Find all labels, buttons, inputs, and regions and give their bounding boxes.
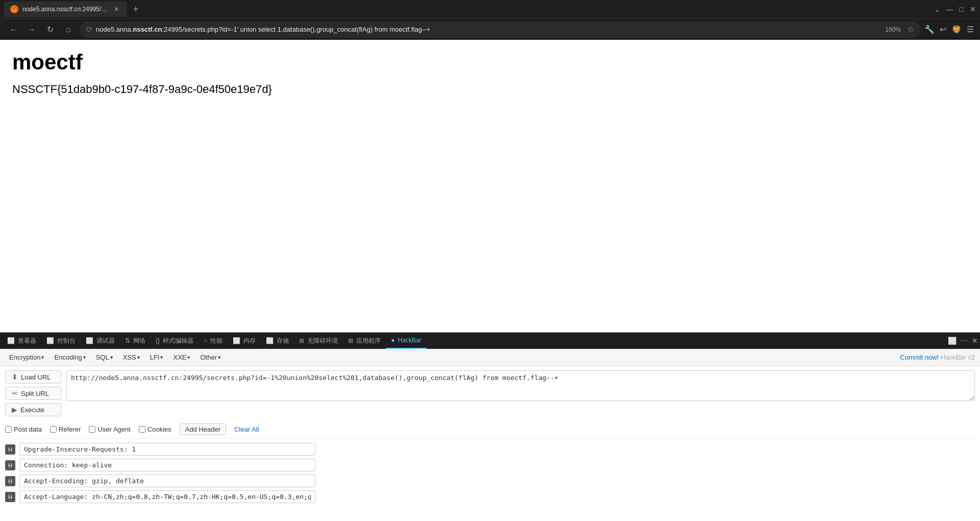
main-content: moectf NSSCTF{51dab9b0-c197-4f87-9a9c-0e… xyxy=(0,40,980,316)
minimize-button[interactable]: — xyxy=(946,5,953,13)
new-tab-button[interactable]: + xyxy=(129,2,143,16)
header-input-2[interactable] xyxy=(19,459,315,471)
user-agent-checkbox-label[interactable]: User Agent xyxy=(89,425,130,433)
sql-menu[interactable]: SQL ▾ xyxy=(92,352,117,363)
execute-label: Execute xyxy=(20,406,44,414)
lfi-menu[interactable]: LFI ▾ xyxy=(146,352,167,363)
address-bar[interactable]: 🛡 node5.anna.nssctf.cn:24995/secrets.php… xyxy=(80,21,920,38)
encoding-menu[interactable]: Encoding ▾ xyxy=(50,352,89,363)
clear-all-button[interactable]: Clear All xyxy=(234,425,259,433)
header-input-4[interactable] xyxy=(19,490,315,503)
devtools-undock-icon[interactable]: ⬜ xyxy=(948,337,957,345)
xss-label: XSS xyxy=(123,353,136,361)
hackbar-icon: ● xyxy=(391,337,395,344)
url-textarea[interactable]: http://node5.anna.nssctf.cn:24995/secret… xyxy=(66,370,975,401)
referer-checkbox-label[interactable]: Referer xyxy=(50,425,81,433)
devtools-tab-debugger[interactable]: ⬜ 调试器 xyxy=(81,333,120,349)
encryption-label: Encryption xyxy=(9,353,40,361)
devtools-tab-style-editor[interactable]: {} 样式编辑器 xyxy=(151,333,199,349)
referer-checkbox[interactable] xyxy=(50,426,57,433)
performance-label: 性能 xyxy=(210,337,223,345)
cookies-checkbox[interactable] xyxy=(139,426,145,433)
load-url-button[interactable]: ⬇ Load URL xyxy=(5,370,61,384)
inspector-label: 查看器 xyxy=(18,337,36,345)
home-button[interactable]: ⌂ xyxy=(61,22,76,37)
refresh-button[interactable]: ↻ xyxy=(43,22,57,37)
maximize-button[interactable]: □ xyxy=(960,5,964,13)
execute-button[interactable]: ▶ Execute xyxy=(5,403,61,416)
nav-right-controls: 🔧 ↩ 🦁 ☰ xyxy=(924,25,974,34)
close-tab-button[interactable]: ✕ xyxy=(112,5,120,13)
lfi-dropdown-arrow: ▾ xyxy=(160,354,163,360)
split-url-label: Split URL xyxy=(21,390,49,397)
add-header-button[interactable]: Add Header xyxy=(180,423,226,435)
memory-label: 内存 xyxy=(243,337,256,345)
commit-link[interactable]: Commit now! xyxy=(900,353,939,361)
devtools-tab-memory[interactable]: ⬜ 内存 xyxy=(228,333,261,349)
console-icon: ⬜ xyxy=(46,337,54,344)
hackbar-toolbar: Post data Referer User Agent Cookies Add… xyxy=(5,420,975,439)
performance-icon: ○ xyxy=(204,337,207,344)
user-agent-checkbox[interactable] xyxy=(89,426,95,433)
tab-controls: ⌄ — □ ✕ xyxy=(934,5,976,13)
cookies-checkbox-label[interactable]: Cookies xyxy=(139,425,172,433)
other-dropdown-arrow: ▾ xyxy=(218,354,220,360)
network-label: 网络 xyxy=(133,337,145,345)
encryption-menu[interactable]: Encryption ▾ xyxy=(5,352,48,363)
nav-bar: ← → ↻ ⌂ 🛡 node5.anna.nssctf.cn:24995/sec… xyxy=(0,18,980,40)
close-window-button[interactable]: ✕ xyxy=(970,5,976,13)
devtools-tab-network[interactable]: ⇅ 网络 xyxy=(120,333,151,349)
header-row-2: H xyxy=(5,459,975,471)
xxe-menu[interactable]: XXE ▾ xyxy=(169,352,194,363)
style-editor-icon: {} xyxy=(156,337,160,344)
brave-icon[interactable]: 🦁 xyxy=(951,25,962,34)
sql-dropdown-arrow: ▾ xyxy=(110,354,113,360)
devtools-tab-application[interactable]: ⊞ 应用程序 xyxy=(343,333,386,349)
devtools-tab-inspector[interactable]: ⬜ 查看器 xyxy=(2,333,41,349)
devtools-tab-performance[interactable]: ○ 性能 xyxy=(199,333,228,349)
bookmark-icon[interactable]: ☆ xyxy=(907,25,914,34)
accessibility-icon: ⊞ xyxy=(299,337,304,344)
load-url-icon: ⬇ xyxy=(12,373,18,381)
menu-icon[interactable]: ☰ xyxy=(967,25,974,34)
zoom-badge: 160% xyxy=(883,25,903,34)
xss-menu[interactable]: XSS ▾ xyxy=(119,352,144,363)
header-badge-2: H xyxy=(5,460,15,470)
url-domain: nssctf.cn xyxy=(133,26,162,33)
devtools-tab-hackbar[interactable]: ● HackBar xyxy=(386,333,426,349)
hackbar-headers-section: Post data Referer User Agent Cookies Add… xyxy=(0,420,980,511)
encryption-dropdown-arrow: ▾ xyxy=(41,354,44,360)
cookies-label: Cookies xyxy=(148,425,172,433)
hackbar-body: ⬇ Load URL ✂ Split URL ▶ Execute http://… xyxy=(0,366,980,420)
encoding-label: Encoding xyxy=(54,353,82,361)
address-text: node5.anna.nssctf.cn:24995/secrets.php?i… xyxy=(96,26,879,33)
devtools-close-icon[interactable]: ✕ xyxy=(972,337,978,345)
devtools-tab-storage[interactable]: ⬜ 存储 xyxy=(261,333,294,349)
post-data-checkbox[interactable] xyxy=(5,426,12,433)
user-agent-label: User Agent xyxy=(97,425,130,433)
back-nav-icon[interactable]: ↩ xyxy=(940,25,946,34)
split-url-button[interactable]: ✂ Split URL xyxy=(5,387,61,400)
network-icon: ⇅ xyxy=(125,337,130,344)
forward-button[interactable]: → xyxy=(24,22,39,37)
devtools-tab-console[interactable]: ⬜ 控制台 xyxy=(41,333,81,349)
memory-icon: ⬜ xyxy=(233,337,240,344)
application-icon: ⊞ xyxy=(348,337,353,344)
hackbar-panel: Encryption ▾ Encoding ▾ SQL ▾ XSS ▾ LFI … xyxy=(0,349,980,511)
header-badge-1: H xyxy=(5,444,15,455)
devtools-more-icon[interactable]: ⋯ xyxy=(961,337,968,345)
header-input-3[interactable] xyxy=(19,475,315,487)
back-button[interactable]: ← xyxy=(6,22,20,37)
header-input-1[interactable] xyxy=(19,443,315,456)
encoding-dropdown-arrow: ▾ xyxy=(83,354,86,360)
other-menu[interactable]: Other ▾ xyxy=(196,352,225,363)
dropdown-tabs-button[interactable]: ⌄ xyxy=(934,5,940,13)
hackbar-menu: Encryption ▾ Encoding ▾ SQL ▾ XSS ▾ LFI … xyxy=(0,349,980,366)
extensions-icon[interactable]: 🔧 xyxy=(924,25,935,34)
post-data-checkbox-label[interactable]: Post data xyxy=(5,425,42,433)
active-tab[interactable]: 🦊 node5.anna.nssctf.cn:24995/secr... ✕ xyxy=(4,2,127,17)
storage-label: 存储 xyxy=(277,337,289,345)
devtools-tab-accessibility[interactable]: ⊞ 无障碍环境 xyxy=(294,333,343,349)
storage-icon: ⬜ xyxy=(266,337,274,344)
other-label: Other xyxy=(200,353,217,361)
